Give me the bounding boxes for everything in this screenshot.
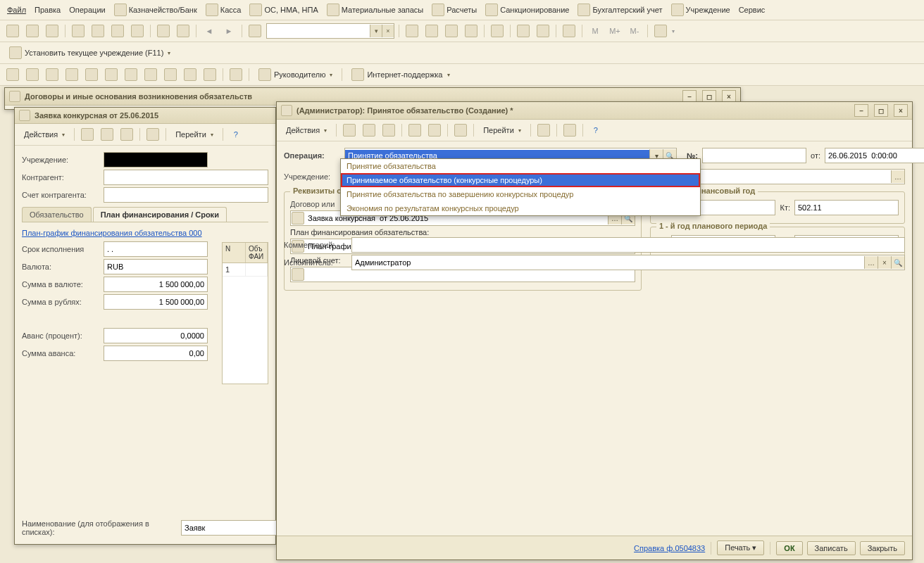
menu-file[interactable]: Файл [4, 4, 29, 15]
exec-search-icon[interactable]: 🔍 [891, 256, 904, 269]
print-button[interactable]: Печать ▾ [717, 540, 764, 555]
avanssum-field[interactable] [104, 346, 208, 361]
rq-tb2-icon[interactable] [99, 126, 116, 143]
ob-close-icon[interactable]: × [894, 104, 908, 117]
combo-dd-icon[interactable]: ▾ [370, 25, 382, 37]
acc-field[interactable] [104, 187, 268, 203]
avanspct-field[interactable] [104, 328, 208, 343]
set-org-button[interactable]: Установить текущее учреждение (F11)▾ [4, 44, 175, 61]
menu-edit[interactable]: Правка [32, 4, 63, 15]
r5-icon[interactable] [83, 66, 100, 83]
op-dropdown[interactable]: Принятие обязательства Принимаемое обяза… [340, 158, 701, 216]
new-doc-icon[interactable] [4, 23, 21, 39]
t3-icon[interactable] [443, 23, 460, 39]
menu-service[interactable]: Сервис [736, 4, 768, 15]
r8-icon[interactable] [142, 66, 159, 83]
table-row[interactable]: 1 [223, 263, 268, 277]
ob-tb2-icon[interactable] [361, 122, 377, 139]
r3-icon[interactable] [44, 66, 61, 83]
cur-kt-field[interactable] [794, 200, 899, 215]
request-actions[interactable]: Действия▾ [19, 128, 70, 141]
r2-icon[interactable] [24, 66, 41, 83]
inet-button[interactable]: Интернет-поддержка▾ [346, 66, 454, 83]
menu-acc[interactable]: Бухгалтерский учет [575, 2, 665, 18]
paste2-icon[interactable] [129, 23, 146, 39]
menu-calc[interactable]: Расчеты [429, 2, 480, 18]
request-goto[interactable]: Перейти▾ [170, 128, 218, 141]
contr-field[interactable] [104, 170, 268, 185]
t1-icon[interactable] [404, 23, 420, 39]
ob-tb7-icon[interactable] [535, 122, 552, 139]
ref-link[interactable]: Справка ф.0504833 [634, 544, 705, 552]
op-option-1[interactable]: Принимаемое обязательство (конкурсные пр… [341, 173, 700, 187]
r4-icon[interactable] [63, 66, 80, 83]
calc2-icon[interactable] [515, 23, 532, 39]
menu-org[interactable]: Учреждение [668, 2, 733, 18]
menu-operations[interactable]: Операции [66, 4, 108, 15]
menu-os[interactable]: ОС, НМА, НПА [246, 2, 320, 18]
open-icon[interactable] [24, 23, 41, 39]
save-icon[interactable] [44, 23, 61, 39]
r9-icon[interactable] [162, 66, 179, 83]
currency-field[interactable] [104, 259, 208, 274]
ob-tb3-icon[interactable] [380, 122, 397, 139]
fwd-icon[interactable]: ► [220, 23, 237, 39]
ruk-button[interactable]: Руководителю▾ [254, 66, 337, 83]
from-field[interactable]: 📅 [825, 148, 924, 163]
menu-mz[interactable]: Материальные запасы [324, 2, 427, 18]
ob-tb8-icon[interactable] [561, 122, 578, 139]
num-field[interactable] [702, 148, 806, 163]
sumrub-field[interactable] [104, 294, 208, 310]
name-field[interactable] [181, 520, 285, 536]
org-field[interactable] [104, 152, 208, 167]
close-button[interactable]: Закрыть [860, 541, 905, 555]
r10-icon[interactable] [182, 66, 199, 83]
tab-obligation[interactable]: Обязательство [22, 207, 92, 222]
request-titlebar[interactable]: Заявка конкурсная от 25.06.2015 [15, 108, 275, 124]
op-option-3[interactable]: Экономия по результатам конкурсных проце… [341, 201, 700, 215]
ob-tb5-icon[interactable] [426, 122, 443, 139]
search-input[interactable] [267, 25, 370, 37]
ob-help-icon[interactable]: ? [587, 122, 604, 139]
r12-icon[interactable] [227, 66, 244, 83]
ob-tb4-icon[interactable] [406, 122, 423, 139]
ob-max-icon[interactable]: ◻ [874, 104, 888, 117]
r1-icon[interactable] [4, 66, 21, 83]
r7-icon[interactable] [123, 66, 139, 83]
op-option-2[interactable]: Принятие обязательства по завершению кон… [341, 187, 700, 201]
ob-tb6-icon[interactable] [452, 122, 469, 139]
ob-actions[interactable]: Действия▾ [281, 124, 332, 137]
menu-sanction[interactable]: Санкционирование [482, 2, 572, 18]
rq-tb4-icon[interactable] [144, 126, 161, 143]
sumcur-field[interactable] [104, 277, 208, 292]
menu-cash[interactable]: Касса [203, 2, 244, 18]
plan-link[interactable]: План-график финансирования обязательства… [22, 229, 202, 237]
exec-x-icon[interactable]: × [878, 256, 891, 269]
find-icon[interactable] [246, 23, 263, 39]
t5-icon[interactable] [489, 23, 506, 39]
left-grid[interactable]: NОбъ ФАИ 1 [222, 242, 268, 384]
cut-icon[interactable] [70, 23, 87, 39]
rq-tb3-icon[interactable] [118, 126, 135, 143]
t6-icon[interactable] [561, 23, 578, 39]
term-field[interactable] [104, 241, 208, 257]
save-button[interactable]: Записать [807, 541, 856, 555]
obligation-titlebar[interactable]: (Администратор): Принятое обязательство … [277, 102, 912, 120]
t4-icon[interactable] [463, 23, 480, 39]
search-combo[interactable]: ▾× [266, 23, 394, 39]
menu-treasury[interactable]: Казначейство/Банк [111, 2, 200, 18]
calendar-icon[interactable] [535, 23, 551, 39]
tab-plan[interactable]: План финансирования / Сроки [93, 207, 227, 222]
op-option-0[interactable]: Принятие обязательства [341, 159, 700, 173]
ob-goto[interactable]: Перейти▾ [478, 124, 526, 137]
copy-icon[interactable] [89, 23, 106, 39]
rq-tb1-icon[interactable] [79, 126, 96, 143]
exec-field[interactable]: …×🔍 [351, 255, 905, 270]
tools-icon[interactable] [652, 23, 669, 39]
paste-icon[interactable] [109, 23, 126, 39]
comment-field[interactable] [351, 237, 905, 253]
redo-icon[interactable] [175, 23, 192, 39]
undo-icon[interactable] [155, 23, 172, 39]
rq-help-icon[interactable]: ? [227, 126, 244, 143]
r11-icon[interactable] [201, 66, 218, 83]
